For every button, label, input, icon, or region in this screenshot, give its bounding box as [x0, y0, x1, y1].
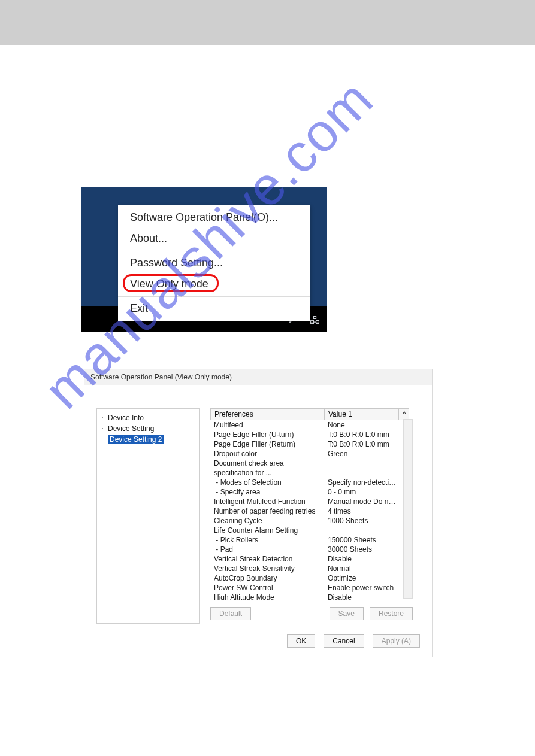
pref-value	[324, 459, 398, 478]
pref-value: Disable	[324, 554, 398, 564]
pref-name: - Pick Rollers	[210, 535, 324, 545]
header-preferences[interactable]: Preferences	[210, 408, 324, 420]
pref-name: Life Counter Alarm Setting	[210, 526, 324, 535]
tree-item-device-setting[interactable]: Device Setting	[97, 423, 199, 434]
inner-button-row: Default Save Restore	[210, 607, 413, 620]
dialog-window: Software Operation Panel (View Only mode…	[84, 369, 433, 657]
pref-value: 1000 Sheets	[324, 516, 398, 526]
pref-name: Vertical Streak Detection	[210, 554, 324, 564]
table-row[interactable]: High Altitude ModeDisable	[210, 593, 413, 600]
table-row[interactable]: Power SW ControlEnable power switch	[210, 583, 413, 593]
pref-name: Multifeed	[210, 420, 324, 430]
pref-name: Page Edge Filler (U-turn)	[210, 430, 324, 439]
tree-item-selected-label: Device Setting 2	[108, 435, 164, 444]
pref-name: AutoCrop Boundary	[210, 573, 324, 583]
bottom-button-row: OK Cancel Apply (A)	[287, 634, 420, 648]
table-row[interactable]: Vertical Streak SensitivityNormal	[210, 564, 413, 573]
pref-value: 30000 Sheets	[324, 545, 398, 554]
pref-name: Power SW Control	[210, 583, 324, 593]
pref-value: Disable	[324, 593, 398, 600]
menu-item-software-operation-panel[interactable]: Software Operation Panel(O)...	[118, 207, 310, 228]
table-row[interactable]: AutoCrop BoundaryOptimize	[210, 573, 413, 583]
pref-value: Enable power switch	[324, 583, 398, 593]
apply-button[interactable]: Apply (A)	[373, 634, 420, 648]
pref-value: T:0 B:0 R:0 L:0 mm	[324, 430, 398, 439]
page-header-bar	[0, 0, 535, 45]
pref-name: Number of paper feeding retries	[210, 506, 324, 516]
pref-name: Document check area specification for ..…	[210, 459, 324, 478]
scroll-up-icon[interactable]: ^	[398, 408, 409, 420]
tree-pane: Device Info Device Setting Device Settin…	[96, 408, 200, 624]
table-row[interactable]: - Pad30000 Sheets	[210, 545, 413, 554]
restore-button[interactable]: Restore	[370, 607, 413, 620]
scrollbar[interactable]	[403, 419, 413, 599]
pref-name: - Modes of Selection	[210, 478, 324, 487]
menu-item-password-setting[interactable]: Password Setting...	[118, 253, 310, 274]
pref-value: Green	[324, 449, 398, 459]
menu-separator	[118, 251, 310, 251]
table-row[interactable]: Life Counter Alarm Setting	[210, 526, 413, 535]
tree-item-device-info[interactable]: Device Info	[97, 412, 199, 423]
table-row[interactable]: Document check area specification for ..…	[210, 459, 413, 478]
table-row[interactable]: Number of paper feeding retries4 times	[210, 506, 413, 516]
pref-value: Optimize	[324, 573, 398, 583]
pref-value	[324, 526, 398, 535]
pref-value: 4 times	[324, 506, 398, 516]
save-button[interactable]: Save	[330, 607, 364, 620]
dialog-body: Device Info Device Setting Device Settin…	[84, 385, 432, 657]
table-row[interactable]: Page Edge Filler (Return)T:0 B:0 R:0 L:0…	[210, 439, 413, 449]
menu-item-about[interactable]: About...	[118, 228, 310, 249]
context-menu: Software Operation Panel(O)... About... …	[118, 205, 310, 321]
pref-name: Vertical Streak Sensitivity	[210, 564, 324, 573]
cancel-button[interactable]: Cancel	[324, 634, 364, 648]
menu-item-exit[interactable]: Exit	[118, 298, 310, 319]
pref-value: None	[324, 420, 398, 430]
pref-value: 150000 Sheets	[324, 535, 398, 545]
pref-value: Manual mode Do not...	[324, 497, 398, 506]
menu-separator	[118, 296, 310, 297]
preferences-pane: Preferences Value 1 ^ MultifeedNonePage …	[210, 408, 413, 600]
table-row[interactable]: Vertical Streak DetectionDisable	[210, 554, 413, 564]
preferences-rows: MultifeedNonePage Edge Filler (U-turn)T:…	[210, 420, 413, 600]
pref-name: High Altitude Mode	[210, 593, 324, 600]
table-row[interactable]: - Pick Rollers150000 Sheets	[210, 535, 413, 545]
pref-value: Specify non-detection...	[324, 478, 398, 487]
pref-name: - Pad	[210, 545, 324, 554]
table-row[interactable]: Dropout colorGreen	[210, 449, 413, 459]
tree-item-device-setting-2[interactable]: Device Setting 2	[97, 434, 199, 445]
table-row[interactable]: Page Edge Filler (U-turn)T:0 B:0 R:0 L:0…	[210, 430, 413, 439]
pref-name: Dropout color	[210, 449, 324, 459]
pref-name: Intelligent Multifeed Function	[210, 497, 324, 506]
header-value1[interactable]: Value 1	[324, 408, 398, 420]
pref-value: Normal	[324, 564, 398, 573]
ok-button[interactable]: OK	[287, 634, 315, 648]
pref-value: T:0 B:0 R:0 L:0 mm	[324, 439, 398, 449]
context-menu-screenshot: ⤢ 🖧 Software Operation Panel(O)... About…	[81, 187, 327, 332]
pref-value: 0 - 0 mm	[324, 487, 398, 497]
table-row[interactable]: - Modes of SelectionSpecify non-detectio…	[210, 478, 413, 487]
table-row[interactable]: MultifeedNone	[210, 420, 413, 430]
pref-name: - Specify area	[210, 487, 324, 497]
pref-name: Page Edge Filler (Return)	[210, 439, 324, 449]
table-row[interactable]: - Specify area0 - 0 mm	[210, 487, 413, 497]
highlight-circle	[123, 274, 219, 292]
table-row[interactable]: Intelligent Multifeed FunctionManual mod…	[210, 497, 413, 506]
pref-name: Cleaning Cycle	[210, 516, 324, 526]
table-row[interactable]: Cleaning Cycle1000 Sheets	[210, 516, 413, 526]
dialog-titlebar: Software Operation Panel (View Only mode…	[84, 369, 432, 385]
preferences-header: Preferences Value 1 ^	[210, 408, 413, 420]
default-button[interactable]: Default	[210, 607, 251, 620]
